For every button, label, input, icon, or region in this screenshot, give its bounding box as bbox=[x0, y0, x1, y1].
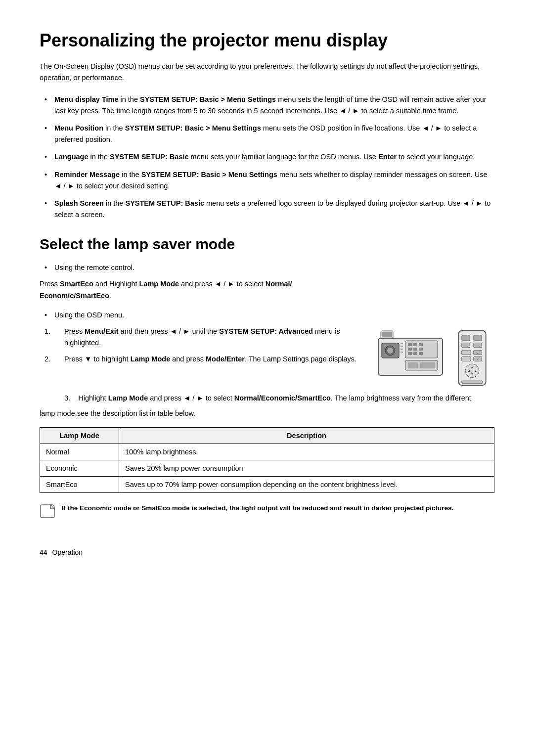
svg-rect-5 bbox=[408, 343, 412, 346]
step-2-num: 2. bbox=[44, 354, 50, 365]
table-header-mode: Lamp Mode bbox=[40, 428, 119, 444]
step-1-num: 1. bbox=[44, 326, 50, 337]
svg-text:−: − bbox=[477, 358, 479, 361]
lamp-mode-table: Lamp Mode Description Normal 100% lamp b… bbox=[40, 427, 494, 493]
table-row: Economic Saves 20% lamp power consumptio… bbox=[40, 460, 494, 477]
step-3-text: 3. Highlight Lamp Mode and press ◄ / ► t… bbox=[40, 393, 494, 404]
step-3-continuation: lamp mode,see the description list in ta… bbox=[40, 408, 494, 419]
svg-rect-33 bbox=[462, 356, 471, 361]
step-1: 1. Press Menu/Exit and then press ◄ / ► … bbox=[54, 326, 366, 349]
desc-economic: Saves 20% lamp power consumption. bbox=[119, 460, 494, 477]
bold-lamp-mode-3: Lamp Mode bbox=[108, 394, 148, 402]
svg-text:▲: ▲ bbox=[470, 365, 474, 369]
svg-rect-16 bbox=[420, 362, 435, 368]
svg-point-3 bbox=[387, 348, 393, 354]
svg-rect-15 bbox=[408, 362, 418, 368]
osd-steps-list: 1. Press Menu/Exit and then press ◄ / ► … bbox=[40, 326, 366, 365]
bold-language: Language bbox=[54, 153, 88, 161]
note-text: If the Economic mode or SmatEco mode is … bbox=[62, 503, 453, 514]
numbered-steps: 1. Press Menu/Exit and then press ◄ / ► … bbox=[40, 326, 366, 370]
bold-system-setup-5: SYSTEM SETUP: Basic bbox=[125, 199, 204, 207]
remote-bullet-list: Using the remote control. bbox=[40, 262, 494, 273]
mode-economic: Economic bbox=[40, 460, 119, 477]
section-title-lamp: Select the lamp saver mode bbox=[40, 235, 494, 253]
svg-rect-7 bbox=[419, 343, 423, 346]
bold-smarteco: SmartEco bbox=[60, 280, 93, 288]
features-list: Menu display Time in the SYSTEM SETUP: B… bbox=[40, 94, 494, 221]
svg-rect-9 bbox=[413, 348, 417, 351]
steps-with-image: 1. Press Menu/Exit and then press ◄ / ► … bbox=[40, 326, 494, 388]
bold-menu-exit: Menu/Exit bbox=[85, 327, 118, 335]
svg-rect-6 bbox=[413, 343, 417, 346]
page-title: Personalizing the projector menu display bbox=[40, 30, 494, 51]
page-number: 44 bbox=[40, 548, 47, 556]
table-row: SmartEco Saves up to 70% lamp power cons… bbox=[40, 477, 494, 493]
svg-text:+: + bbox=[477, 352, 479, 355]
intro-text: The On-Screen Display (OSD) menus can be… bbox=[40, 61, 494, 84]
bold-splash: Splash Screen bbox=[54, 199, 104, 207]
svg-rect-10 bbox=[419, 348, 423, 351]
note-bold: If the Economic mode or SmatEco mode is … bbox=[62, 504, 453, 512]
bold-lamp-mode-1: Lamp Mode bbox=[139, 280, 179, 288]
bold-system-setup-4: SYSTEM SETUP: Basic > Menu Settings bbox=[141, 171, 277, 178]
svg-rect-32 bbox=[462, 350, 471, 355]
list-item-reminder: Reminder Message in the SYSTEM SETUP: Ba… bbox=[44, 169, 494, 192]
list-item-language: Language in the SYSTEM SETUP: Basic menu… bbox=[44, 151, 494, 163]
svg-rect-12 bbox=[413, 352, 417, 355]
list-item-menu-position: Menu Position in the SYSTEM SETUP: Basic… bbox=[44, 123, 494, 145]
desc-smarteco: Saves up to 70% lamp power consumption d… bbox=[119, 477, 494, 493]
svg-rect-13 bbox=[419, 352, 423, 355]
svg-rect-39 bbox=[462, 381, 483, 384]
bold-reminder: Reminder Message bbox=[54, 171, 120, 178]
note-icon bbox=[40, 504, 57, 519]
svg-rect-8 bbox=[408, 348, 412, 351]
projector-image-area: + − ▲ ▼ ◄ ► bbox=[376, 328, 494, 388]
table-row: Normal 100% lamp brightness. bbox=[40, 444, 494, 460]
svg-rect-27 bbox=[474, 343, 482, 348]
bold-system-setup-3: SYSTEM SETUP: Basic bbox=[110, 153, 189, 161]
bold-system-setup-1: SYSTEM SETUP: Basic > Menu Settings bbox=[140, 95, 276, 103]
projector-illustration bbox=[376, 328, 450, 383]
bold-menu-position: Menu Position bbox=[54, 124, 103, 132]
bold-system-advanced: SYSTEM SETUP: Advanced bbox=[219, 327, 313, 335]
page-footer: 44 Operation bbox=[40, 548, 494, 556]
step-2: 2. Press ▼ to highlight Lamp Mode and pr… bbox=[54, 354, 366, 365]
svg-rect-25 bbox=[474, 335, 482, 341]
bold-menu-display: Menu display Time bbox=[54, 95, 118, 103]
svg-rect-24 bbox=[462, 335, 470, 341]
remote-control-illustration: + − ▲ ▼ ◄ ► bbox=[455, 328, 490, 388]
svg-rect-11 bbox=[408, 352, 412, 355]
osd-bullet-list: Using the OSD menu. bbox=[40, 310, 494, 321]
svg-text:▼: ▼ bbox=[470, 371, 474, 376]
list-item-splash: Splash Screen in the SYSTEM SETUP: Basic… bbox=[44, 198, 494, 221]
note-box: If the Economic mode or SmatEco mode is … bbox=[40, 503, 494, 519]
mode-normal: Normal bbox=[40, 444, 119, 460]
bold-system-setup-2: SYSTEM SETUP: Basic > Menu Settings bbox=[125, 124, 261, 132]
using-osd-item: Using the OSD menu. bbox=[44, 310, 494, 321]
svg-rect-26 bbox=[462, 343, 470, 348]
bold-normal-eco: Normal/Economic/SmartEco bbox=[234, 394, 331, 402]
bold-enter: Enter bbox=[378, 153, 397, 161]
list-item-menu-display: Menu display Time in the SYSTEM SETUP: B… bbox=[44, 94, 494, 117]
svg-rect-22 bbox=[382, 332, 392, 337]
svg-text:►: ► bbox=[474, 369, 478, 373]
table-header-description: Description bbox=[119, 428, 494, 444]
bold-mode-enter: Mode/Enter bbox=[206, 355, 245, 363]
footer-operation-label: Operation bbox=[52, 548, 83, 556]
bold-lamp-mode-2: Lamp Mode bbox=[131, 355, 171, 363]
using-remote-item: Using the remote control. bbox=[44, 262, 494, 273]
desc-normal: 100% lamp brightness. bbox=[119, 444, 494, 460]
smarteco-press-text: Press SmartEco and Highlight Lamp Mode a… bbox=[40, 278, 494, 301]
svg-text:◄: ◄ bbox=[467, 369, 470, 373]
mode-smarteco: SmartEco bbox=[40, 477, 119, 493]
